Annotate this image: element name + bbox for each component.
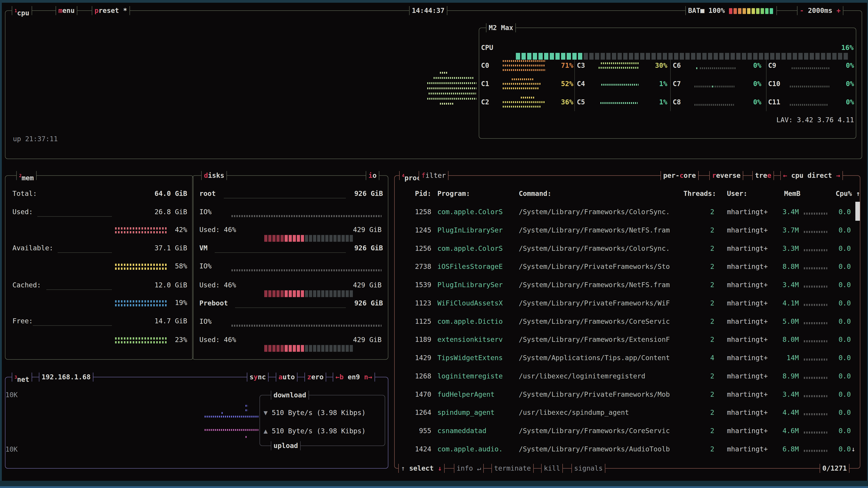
uptime-label: up 21:37:11 (13, 135, 58, 143)
disk-io-label: IO% (199, 317, 212, 326)
interval-increase-button[interactable]: + (837, 6, 841, 14)
battery-block (752, 8, 755, 14)
mem-cached-value: 12.0 GiB (113, 281, 187, 289)
menu-button[interactable]: menu (56, 6, 77, 15)
net-axis-bottom: 10K (5, 445, 18, 454)
disk-name: root (199, 189, 216, 198)
net-sync-button[interactable]: sync (247, 372, 269, 382)
battery-indicator: BAT■ 100% (685, 6, 777, 15)
core-usage-graph (503, 59, 547, 72)
battery-block (747, 8, 750, 14)
col-command[interactable]: Command: (519, 189, 552, 198)
sort-next-icon[interactable]: → (836, 171, 840, 180)
interval-decrease-button[interactable]: - (800, 6, 804, 14)
core-usage-pct: 36% (547, 98, 573, 106)
preset-button[interactable]: preset * (92, 6, 130, 15)
core-usage-pct: 0% (828, 61, 854, 70)
disk-name: VM (199, 244, 208, 252)
net-axis-top: 10K (5, 391, 18, 399)
core-label: C7 (673, 79, 681, 88)
proc-terminate-button[interactable]: terminate (491, 464, 534, 473)
disk-used-label: Used: 46% (199, 281, 236, 289)
core-label: C8 (673, 98, 681, 106)
proc-info-button[interactable]: info ↵ (454, 464, 484, 473)
disk-io-label: IO% (199, 262, 212, 270)
mem-cached-pct: 19% (167, 298, 187, 307)
update-interval-control[interactable]: - 2000ms + (797, 6, 843, 15)
iface-next-button[interactable]: n→ (364, 373, 372, 381)
mem-available-label: Available: (12, 244, 53, 252)
tab-cpu[interactable]: 1cpu (12, 6, 32, 15)
col-cpu[interactable]: Cpu% ↑ (823, 189, 860, 198)
core-usage-graph (790, 77, 834, 90)
mem-free-meter (115, 337, 167, 344)
iface-name: en9 (348, 373, 360, 381)
core-usage-pct: 0% (735, 61, 761, 70)
tab-mem[interactable]: 2mem (16, 171, 37, 180)
battery-meter (729, 6, 774, 14)
proc-tree-toggle[interactable]: tree (752, 171, 774, 180)
disk-used-label: Used: 46% (199, 225, 236, 234)
core-label: C0 (481, 61, 489, 70)
core-label: C6 (673, 61, 681, 70)
disk-io-meter (231, 269, 381, 271)
col-user[interactable]: User: (727, 189, 747, 198)
disk-size: 926 GiB (316, 244, 383, 252)
core-usage-pct: 0% (828, 98, 854, 106)
core-usage-graph (598, 77, 643, 90)
tab-disks[interactable]: disks (201, 171, 227, 180)
disk-io-meter (231, 325, 381, 327)
proc-percore-toggle[interactable]: per-core (660, 171, 699, 180)
proc-signals-button[interactable]: signals (571, 464, 605, 473)
disk-io-label: IO% (199, 207, 212, 216)
net-zero-button[interactable]: zero (305, 372, 326, 382)
col-threads[interactable]: Threads: (683, 189, 716, 198)
core-label: C4 (577, 79, 585, 88)
download-arrow-icon: ▼ (264, 409, 268, 417)
upload-rate: ▲ 510 Byte/s (3.98 Kibps) (264, 427, 366, 435)
sort-prev-icon[interactable]: ← (783, 171, 787, 180)
mem-used-pct: 42% (167, 225, 187, 234)
download-rate: ▼ 510 Byte/s (3.98 Kibps) (264, 409, 366, 417)
scroll-more-icon[interactable]: ↓ (851, 445, 855, 453)
core-usage-graph (694, 96, 739, 108)
battery-block (770, 8, 773, 14)
tab-net[interactable]: 3net (12, 372, 32, 382)
mem-total-label: Total: (12, 189, 37, 198)
proc-selection-count: 0/1271 (819, 464, 849, 473)
core-label: C2 (481, 98, 489, 106)
mem-cached-label: Cached: (12, 281, 41, 289)
core-usage-pct: 0% (735, 98, 761, 106)
net-auto-button[interactable]: auto (276, 372, 298, 382)
col-memb[interactable]: MemB (773, 189, 800, 198)
core-label: C10 (768, 79, 780, 88)
core-usage-pct: 0% (828, 79, 854, 88)
mem-free-value: 14.7 GiB (113, 317, 187, 325)
disk-used-value: 429 GiB (348, 335, 381, 344)
mem-total-value: 64.0 GiB (113, 189, 187, 198)
proc-sort-selector[interactable]: ← cpu direct → (780, 171, 843, 180)
core-label: C9 (768, 61, 776, 70)
core-usage-graph (790, 96, 834, 108)
battery-block (761, 8, 764, 14)
frame-bottom-bar (0, 486, 868, 488)
mem-used-meter (115, 227, 167, 233)
col-pid[interactable]: Pid: (405, 189, 431, 198)
net-interface-switcher[interactable]: ←b en9 n→ (333, 372, 375, 382)
proc-select-control[interactable]: ↑ select ↓ (398, 464, 445, 473)
core-usage-pct: 1% (641, 79, 667, 88)
iface-prev-button[interactable]: ←b (336, 373, 344, 381)
col-program[interactable]: Program: (437, 189, 470, 198)
io-mode-button[interactable]: io (366, 171, 379, 180)
core-usage-graph (694, 59, 739, 72)
core-usage-pct: 30% (641, 61, 667, 70)
proc-scrollbar[interactable] (855, 202, 860, 221)
proc-reverse-toggle[interactable]: reverse (709, 171, 743, 180)
mem-available-meter (115, 264, 167, 270)
load-average: LAV: 3.42 3.76 4.11 (764, 116, 854, 124)
cpu-total-label: CPU (481, 43, 493, 52)
core-usage-graph (598, 59, 643, 72)
core-usage-pct: 1% (641, 98, 667, 106)
proc-kill-button[interactable]: kill (541, 464, 563, 473)
proc-filter-button[interactable]: filter (418, 171, 448, 180)
